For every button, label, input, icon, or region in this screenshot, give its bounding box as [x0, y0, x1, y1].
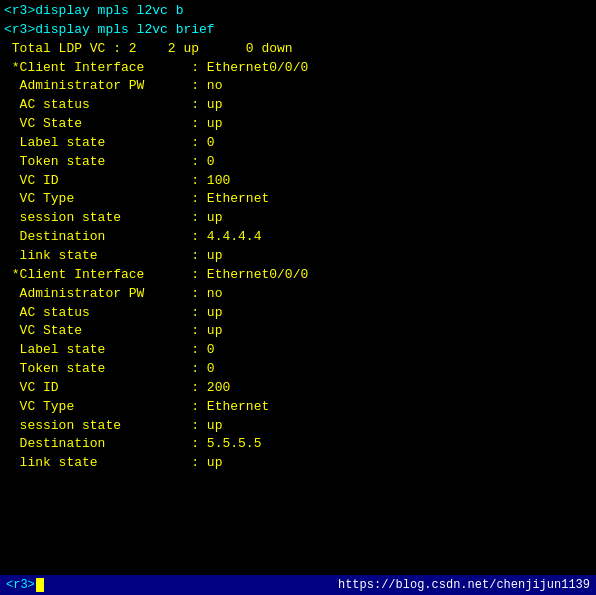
terminal-line: *Client Interface : Ethernet0/0/0	[4, 59, 592, 78]
terminal-line: Administrator PW : no	[4, 285, 592, 304]
cursor	[36, 578, 44, 592]
terminal-line: VC Type : Ethernet	[4, 398, 592, 417]
terminal-line: Token state : 0	[4, 153, 592, 172]
terminal-content: <r3>display mpls l2vc b<r3>display mpls …	[0, 0, 596, 575]
terminal-line: session state : up	[4, 417, 592, 436]
status-bar-url: https://blog.csdn.net/chenjijun1139	[338, 578, 590, 592]
status-bar: <r3> https://blog.csdn.net/chenjijun1139	[0, 575, 596, 595]
terminal-line: AC status : up	[4, 96, 592, 115]
terminal-line: *Client Interface : Ethernet0/0/0	[4, 266, 592, 285]
terminal-window: <r3>display mpls l2vc b<r3>display mpls …	[0, 0, 596, 595]
terminal-line: VC ID : 200	[4, 379, 592, 398]
prompt-area[interactable]: <r3>	[6, 578, 44, 592]
terminal-line: VC State : up	[4, 322, 592, 341]
terminal-line: Label state : 0	[4, 341, 592, 360]
terminal-line: Destination : 4.4.4.4	[4, 228, 592, 247]
terminal-line: VC Type : Ethernet	[4, 190, 592, 209]
terminal-line: Label state : 0	[4, 134, 592, 153]
terminal-line: VC State : up	[4, 115, 592, 134]
terminal-line: AC status : up	[4, 304, 592, 323]
terminal-line: VC ID : 100	[4, 172, 592, 191]
terminal-line: session state : up	[4, 209, 592, 228]
terminal-prompt: <r3>	[6, 578, 35, 592]
terminal-line: <r3>display mpls l2vc b	[4, 2, 592, 21]
terminal-line: Total LDP VC : 2 2 up 0 down	[4, 40, 592, 59]
terminal-line: Administrator PW : no	[4, 77, 592, 96]
terminal-line: link state : up	[4, 454, 592, 473]
terminal-line: Token state : 0	[4, 360, 592, 379]
terminal-line: Destination : 5.5.5.5	[4, 435, 592, 454]
terminal-line: <r3>display mpls l2vc brief	[4, 21, 592, 40]
terminal-line: link state : up	[4, 247, 592, 266]
